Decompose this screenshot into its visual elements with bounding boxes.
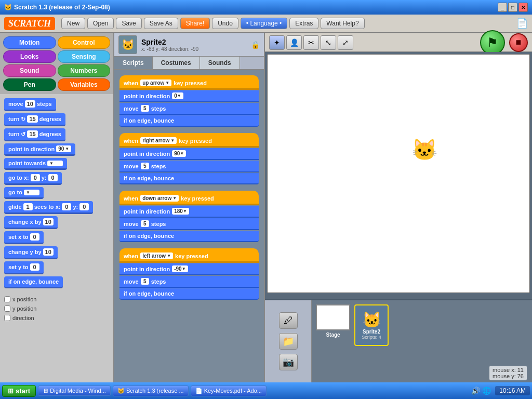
block-set-y[interactable]: set y to 0	[4, 261, 44, 274]
taskbar-item-3[interactable]: 📄 Key-Moves.pdf - Ado...	[191, 385, 267, 396]
tool-cut[interactable]: ✂	[303, 35, 319, 50]
blocks-list: move 10 steps turn ↻ 15 degrees turn ↺ 1…	[0, 94, 113, 382]
save-as-button[interactable]: Save As	[144, 18, 178, 29]
checkbox-dir-input[interactable]	[4, 315, 10, 321]
script-canvas: when up arrow key pressed point in direc…	[114, 70, 264, 382]
sprite2-name: Sprite2	[363, 329, 380, 335]
window-controls: _ □ ✕	[498, 3, 528, 12]
save-button[interactable]: Save	[116, 18, 141, 29]
taskbar-item-2[interactable]: 🐱 Scratch 1.3 (release ...	[113, 385, 189, 396]
blocks-palette: Motion Control Looks Sensing Sound Numbe…	[0, 33, 114, 382]
when-right-arrow-hat[interactable]: when right arrow key pressed	[119, 133, 259, 148]
checkbox-x-pos-input[interactable]	[4, 296, 10, 302]
sprite-on-stage[interactable]: 🐱	[411, 138, 437, 162]
move-5-steps-4[interactable]: move 5 steps	[119, 276, 259, 288]
point-dir-0[interactable]: point in direction 0	[119, 90, 259, 102]
title-bar: 🐱 Scratch 1.3 (release of 2-Sep-08) _ □ …	[0, 0, 532, 15]
bounce-3[interactable]: if on edge, bounce	[119, 231, 259, 242]
block-change-y[interactable]: change y by 10	[4, 246, 58, 259]
block-move[interactable]: move 10 steps	[4, 98, 56, 111]
sprite2-scripts-label: Scripts: 4	[362, 335, 381, 340]
bounce-1[interactable]: if on edge, bounce	[119, 115, 259, 127]
minimize-button[interactable]: _	[498, 3, 507, 12]
extras-button[interactable]: Extras	[289, 18, 318, 29]
taskbar: ⊞ start 🖥 Digital Media - Wind... 🐱 Scra…	[0, 382, 532, 399]
when-down-arrow-hat[interactable]: when down arrow key pressed	[119, 191, 259, 205]
windows-icon: ⊞	[8, 387, 14, 395]
block-point-towards[interactable]: point towards	[4, 158, 67, 170]
sprite-name: Sprite2	[141, 38, 198, 46]
move-5-steps-2[interactable]: move 5 steps	[119, 161, 259, 172]
scratch-logo: SCRATCH	[4, 17, 55, 30]
new-sprite-paint[interactable]: 🖊	[279, 312, 298, 329]
move-5-steps-1[interactable]: move 5 steps	[119, 103, 259, 115]
taskbar-right: 🔊 🌐 10:16 AM	[471, 386, 530, 395]
stage-container: ✦ 👤 ✂ ⤡ ⤢ ⚑ ■ 🐱 🖊 📁	[265, 33, 532, 382]
point-dir-90[interactable]: point in direction 90	[119, 148, 259, 160]
open-button[interactable]: Open	[87, 18, 114, 29]
block-go-to[interactable]: go to	[4, 187, 44, 199]
category-looks[interactable]: Looks	[3, 50, 56, 63]
bounce-2[interactable]: if on edge, bounce	[119, 173, 259, 184]
checkbox-x-position: x position	[4, 296, 109, 303]
sprite-tools: 🖊 📁 📷	[265, 300, 312, 382]
close-button[interactable]: ✕	[518, 3, 528, 12]
main-container: Motion Control Looks Sensing Sound Numbe…	[0, 33, 532, 382]
block-point-direction[interactable]: point in direction 90	[4, 143, 75, 156]
tool-duplicate[interactable]: 👤	[286, 35, 302, 50]
stop-button[interactable]: ■	[509, 33, 528, 52]
block-change-x[interactable]: change x by 10	[4, 216, 58, 229]
share-button[interactable]: Share!	[180, 18, 210, 29]
block-turn-cw[interactable]: turn ↻ 15 degrees	[4, 113, 65, 126]
category-control[interactable]: Control	[58, 36, 111, 49]
block-go-to-xy[interactable]: go to x: 0 y: 0	[4, 172, 62, 185]
bounce-4[interactable]: if on edge, bounce	[119, 288, 259, 300]
script-up-arrow: when up arrow key pressed point in direc…	[119, 75, 259, 127]
undo-button[interactable]: Undo	[212, 18, 238, 29]
sprite-coords: x: -63 y: 48 direction: -90	[141, 46, 198, 52]
stage-preview	[316, 304, 350, 330]
tab-scripts[interactable]: Scripts	[114, 57, 153, 69]
sprite2-item[interactable]: 🐱 Sprite2 Scripts: 4	[354, 304, 389, 346]
green-flag-button[interactable]: ⚑	[480, 30, 505, 55]
systray-icons: 🔊 🌐	[471, 387, 491, 395]
want-help-button[interactable]: Want Help?	[321, 18, 364, 29]
stage-sprite-item[interactable]: Stage	[316, 304, 350, 338]
when-up-arrow-hat[interactable]: when up arrow key pressed	[119, 75, 259, 90]
new-sprite-file[interactable]: 📁	[279, 333, 298, 350]
lock-icon[interactable]: 🔒	[251, 41, 260, 49]
tab-sounds[interactable]: Sounds	[200, 57, 240, 69]
when-left-arrow-hat[interactable]: when left arrow key pressed	[119, 248, 259, 263]
tool-grow[interactable]: ⤡	[321, 35, 336, 50]
point-dir-180[interactable]: point in direction 180	[119, 206, 259, 218]
checkbox-y-pos-input[interactable]	[4, 305, 10, 312]
checkbox-x-label: x position	[12, 296, 36, 302]
language-button[interactable]: • Language •	[241, 18, 287, 29]
category-sound[interactable]: Sound	[3, 64, 56, 77]
block-bounce[interactable]: if on edge, bounce	[4, 276, 63, 288]
title-bar-text: Scratch 1.3 (release of 2-Sep-08)	[14, 4, 110, 11]
point-dir-neg90[interactable]: point in direction -90	[119, 263, 259, 275]
block-glide[interactable]: glide 1 secs to x: 0 y: 0	[4, 201, 93, 214]
mouse-coords: mouse x: 11 mouse y: 76	[489, 366, 527, 380]
taskbar-item-1[interactable]: 🖥 Digital Media - Wind...	[38, 385, 111, 396]
stage-canvas[interactable]: 🐱	[267, 54, 530, 293]
sprite2-thumbnail[interactable]: 🐱 Sprite2 Scripts: 4	[354, 304, 389, 346]
help-icon[interactable]: 📄	[516, 18, 528, 29]
new-sprite-camera[interactable]: 📷	[279, 354, 298, 370]
move-5-steps-3[interactable]: move 5 steps	[119, 218, 259, 230]
category-numbers[interactable]: Numbers	[58, 64, 111, 77]
tab-costumes[interactable]: Costumes	[153, 57, 200, 69]
maximize-button[interactable]: □	[508, 3, 517, 12]
category-variables[interactable]: Variables	[58, 78, 111, 91]
start-button[interactable]: ⊞ start	[2, 385, 36, 397]
tool-cursor[interactable]: ✦	[269, 35, 285, 50]
block-turn-ccw[interactable]: turn ↺ 15 degrees	[4, 128, 65, 141]
new-button[interactable]: New	[61, 18, 85, 29]
block-set-x[interactable]: set x to 0	[4, 231, 44, 244]
tool-shrink[interactable]: ⤢	[338, 35, 353, 50]
category-motion[interactable]: Motion	[3, 36, 56, 49]
category-pen[interactable]: Pen	[3, 78, 56, 91]
sprite-name-section: Sprite2 x: -63 y: 48 direction: -90	[141, 38, 198, 52]
category-sensing[interactable]: Sensing	[58, 50, 111, 63]
